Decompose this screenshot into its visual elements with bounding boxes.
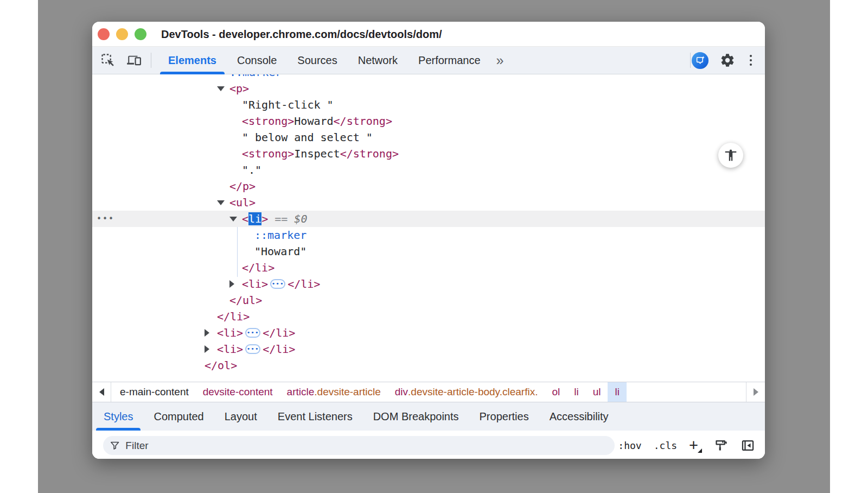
styles-filter-bar: :hov .cls + xyxy=(92,431,765,459)
zoom-window-button[interactable] xyxy=(135,28,146,40)
tree-token-tag: <strong> xyxy=(242,147,294,160)
dom-tree-row[interactable]: "Howard" xyxy=(92,243,765,260)
tab-performance[interactable]: Performance xyxy=(408,47,491,74)
dom-tree-row[interactable]: <li>•••</li> xyxy=(92,325,765,341)
devtools-tabs: ElementsConsoleSourcesNetworkPerformance xyxy=(158,47,491,74)
dom-tree-row[interactable]: " below and select " xyxy=(92,129,765,146)
tab-elements[interactable]: Elements xyxy=(158,47,227,74)
accessibility-person-icon xyxy=(724,148,738,162)
inspect-cursor-icon[interactable] xyxy=(100,52,116,68)
breadcrumb-bar: e-main-contentdevsite-contentarticle.dev… xyxy=(92,382,765,402)
breadcrumb-item[interactable]: e-main-content xyxy=(113,382,196,402)
tree-token-text: Inspect xyxy=(294,147,340,160)
dom-tree-row[interactable]: ::marker xyxy=(92,227,765,243)
breadcrumb-item[interactable]: ol xyxy=(545,382,567,402)
dom-tree-row[interactable]: <strong>Inspect</strong> xyxy=(92,146,765,162)
expand-arrow-right-icon[interactable] xyxy=(229,280,234,288)
tree-token-dollar: $0 xyxy=(294,212,307,225)
tree-token-tag: </strong> xyxy=(340,147,399,160)
toolbar-divider xyxy=(151,53,151,68)
dom-tree-row-selected[interactable]: •••<li> == $0 xyxy=(92,211,765,227)
dom-tree-row[interactable]: </li> xyxy=(92,308,765,325)
tree-token-tag: </strong> xyxy=(334,115,392,128)
dom-tree-row[interactable]: <ul> xyxy=(92,194,765,211)
dom-tree-rows: ::marker<p>"Right-click "<strong>Howard<… xyxy=(92,74,765,374)
panel-tab-layout[interactable]: Layout xyxy=(214,402,267,431)
panel-tab-dom-breakpoints[interactable]: DOM Breakpoints xyxy=(363,402,469,431)
new-style-rule-plus-icon[interactable]: + xyxy=(689,438,702,453)
panel-tab-accessibility[interactable]: Accessibility xyxy=(539,402,619,431)
breadcrumb-item[interactable]: li xyxy=(567,382,585,402)
tree-token-text: "Howard" xyxy=(254,245,307,258)
tree-child-guide-line xyxy=(237,227,238,277)
dom-tree-row[interactable]: <li>•••</li> xyxy=(92,276,765,292)
panel-tab-properties[interactable]: Properties xyxy=(469,402,539,431)
tab-console[interactable]: Console xyxy=(227,47,287,74)
ai-assistant-icon[interactable] xyxy=(692,52,709,69)
chevron-right-icon xyxy=(754,388,758,396)
device-toolbar-icon[interactable] xyxy=(126,52,142,68)
panel-tab-styles[interactable]: Styles xyxy=(93,402,143,431)
ellipsis-expand-icon[interactable]: ••• xyxy=(245,344,260,354)
devtools-toolbar: ElementsConsoleSourcesNetworkPerformance… xyxy=(92,47,765,74)
dock-side-icon[interactable] xyxy=(741,438,755,453)
dom-tree-row[interactable]: </ul> xyxy=(92,292,765,308)
breadcrumb-item[interactable]: article.devsite-article xyxy=(280,382,388,402)
tab-sources[interactable]: Sources xyxy=(287,47,347,74)
toggle-hover-state-button[interactable]: :hov xyxy=(618,440,641,451)
dom-tree-row[interactable]: <strong>Howard</strong> xyxy=(92,113,765,129)
settings-gear-icon[interactable] xyxy=(719,52,736,68)
expand-arrow-right-icon[interactable] xyxy=(205,329,209,337)
expand-arrow-down-icon[interactable] xyxy=(217,200,225,205)
breadcrumb-item-selected[interactable]: li xyxy=(608,382,626,402)
dom-tree-panel: ::marker<p>"Right-click "<strong>Howard<… xyxy=(92,74,765,382)
dom-tree-row[interactable]: </li> xyxy=(92,260,765,276)
crumb-token-tag: ol xyxy=(552,386,560,398)
accessibility-widget-button[interactable] xyxy=(718,143,743,168)
tree-token-pseudo: ::marker xyxy=(229,74,282,79)
toggle-element-classes-button[interactable]: .cls xyxy=(654,440,677,451)
more-tabs-chevron-icon[interactable]: » xyxy=(491,53,508,68)
filter-funnel-icon xyxy=(110,440,120,451)
ellipsis-expand-icon[interactable]: ••• xyxy=(270,279,285,289)
crumb-token-plain: e-main-content xyxy=(120,386,189,398)
expand-arrow-right-icon[interactable] xyxy=(205,345,209,353)
crumb-token-tag: article xyxy=(287,386,315,398)
dom-tree-row[interactable]: <p> xyxy=(92,80,765,97)
tree-token-text: Howard xyxy=(294,115,333,128)
breadcrumb: e-main-contentdevsite-contentarticle.dev… xyxy=(111,382,627,402)
expand-arrow-down-icon[interactable] xyxy=(229,217,237,222)
dom-tree-row[interactable]: </p> xyxy=(92,178,765,194)
breadcrumb-item[interactable]: devsite-content xyxy=(196,382,280,402)
dom-tree-row[interactable]: ::marker xyxy=(92,74,765,80)
panel-tab-computed[interactable]: Computed xyxy=(143,402,214,431)
filter-field[interactable] xyxy=(103,436,615,455)
breadcrumb-item[interactable]: div.devsite-article-body.clearfix. xyxy=(388,382,545,402)
filter-input[interactable] xyxy=(125,440,608,452)
dom-tree-row[interactable]: <li>•••</li> xyxy=(92,341,765,357)
breadcrumb-item[interactable]: ul xyxy=(586,382,608,402)
ellipsis-expand-icon[interactable]: ••• xyxy=(245,328,260,338)
kebab-menu-icon[interactable] xyxy=(746,54,755,67)
crumb-token-cls: .devsite-article xyxy=(314,386,381,398)
rendering-brush-icon[interactable] xyxy=(714,438,729,453)
tree-token-text: " below and select " xyxy=(242,131,373,144)
panel-tab-event-listeners[interactable]: Event Listeners xyxy=(267,402,363,431)
dom-tree-row[interactable]: </ol> xyxy=(92,357,765,374)
crumb-token-tag: li xyxy=(574,386,578,398)
row-overflow-dots-icon[interactable]: ••• xyxy=(97,211,114,227)
toolbar-divider xyxy=(690,53,691,68)
styles-panel-tabbar: StylesComputedLayoutEvent ListenersDOM B… xyxy=(92,402,765,431)
crumb-token-tag: ul xyxy=(593,386,601,398)
tree-token-tag: <p> xyxy=(229,82,249,95)
expand-arrow-down-icon[interactable] xyxy=(217,86,225,91)
close-window-button[interactable] xyxy=(98,28,110,40)
tree-token-op: == xyxy=(268,212,294,225)
breadcrumb-scroll-right-button[interactable] xyxy=(746,382,765,402)
tab-network[interactable]: Network xyxy=(348,47,408,74)
dom-tree-row[interactable]: "." xyxy=(92,162,765,178)
tree-token-tag: </ul> xyxy=(229,294,262,307)
breadcrumb-scroll-left-button[interactable] xyxy=(92,382,111,402)
minimize-window-button[interactable] xyxy=(116,28,128,40)
dom-tree-row[interactable]: "Right-click " xyxy=(92,97,765,113)
